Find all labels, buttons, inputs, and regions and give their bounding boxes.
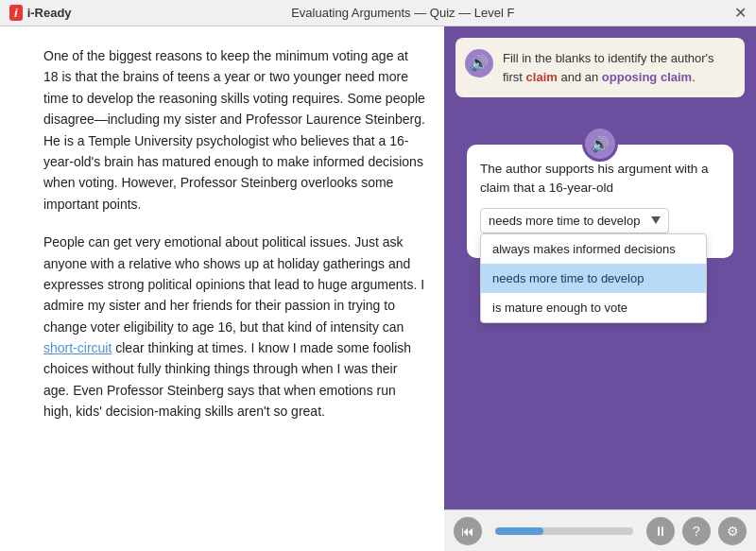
paragraph-1: One of the biggest reasons to keep the m…	[43, 45, 425, 215]
quiz-audio-button[interactable]: 🔊	[582, 126, 618, 162]
bottom-toolbar: ⏮ ⏸ ? ⚙	[444, 509, 756, 551]
dropdown-option-1[interactable]: always makes informed decisions	[481, 234, 706, 264]
instruction-text-2: and an	[558, 70, 602, 84]
quiz-sentence: The author supports his argument with a …	[480, 160, 720, 198]
brand-name: i-Ready	[27, 6, 72, 20]
dropdown-selected[interactable]: needs more time to develop	[480, 208, 669, 233]
quiz-title: Evaluating Arguments — Quiz — Level F	[291, 6, 514, 20]
close-button[interactable]: ✕	[734, 4, 747, 22]
pause-button[interactable]: ⏸	[646, 517, 675, 545]
settings-button[interactable]: ⚙	[718, 517, 747, 545]
short-circuit-link[interactable]: short-circuit	[43, 340, 112, 355]
instruction-box: 🔊 Fill in the blanks to identify the aut…	[455, 38, 745, 97]
dropdown-option-2[interactable]: needs more time to develop	[481, 264, 706, 293]
help-button[interactable]: ?	[682, 517, 711, 545]
opposing-label[interactable]: opposing claim	[602, 70, 692, 84]
dropdown-option-3[interactable]: is mature enough to vote	[481, 293, 706, 322]
quiz-card-inner: 🔊 The author supports his argument with …	[467, 145, 733, 258]
claim-label[interactable]: claim	[526, 70, 558, 84]
right-panel: 🔊 Fill in the blanks to identify the aut…	[444, 26, 756, 551]
paragraph-2: People can get very emotional about poli…	[43, 232, 425, 422]
paragraph-2-start: People can get very emotional about poli…	[43, 234, 424, 335]
dropdown-options: always makes informed decisions needs mo…	[480, 233, 707, 323]
progress-bar	[495, 527, 633, 535]
instruction-text-3: .	[692, 70, 696, 84]
quiz-sentence-text: The author supports his argument with a …	[480, 162, 709, 195]
quiz-card: 🔊 The author supports his argument with …	[455, 107, 745, 500]
reading-panel: One of the biggest reasons to keep the m…	[0, 26, 444, 551]
claim-dropdown-container[interactable]: needs more time to develop always makes …	[480, 208, 669, 233]
dropdown-arrow-icon	[651, 216, 661, 224]
instruction-audio-icon[interactable]: 🔊	[465, 49, 493, 77]
main-content: One of the biggest reasons to keep the m…	[0, 26, 756, 551]
dropdown-selected-text: needs more time to develop	[489, 214, 640, 228]
progress-bar-fill	[495, 527, 543, 535]
logo-i: i	[9, 5, 23, 21]
title-bar: i i-Ready Evaluating Arguments — Quiz — …	[0, 0, 756, 26]
brand-logo: i i-Ready	[9, 5, 72, 21]
skip-back-button[interactable]: ⏮	[454, 517, 482, 545]
